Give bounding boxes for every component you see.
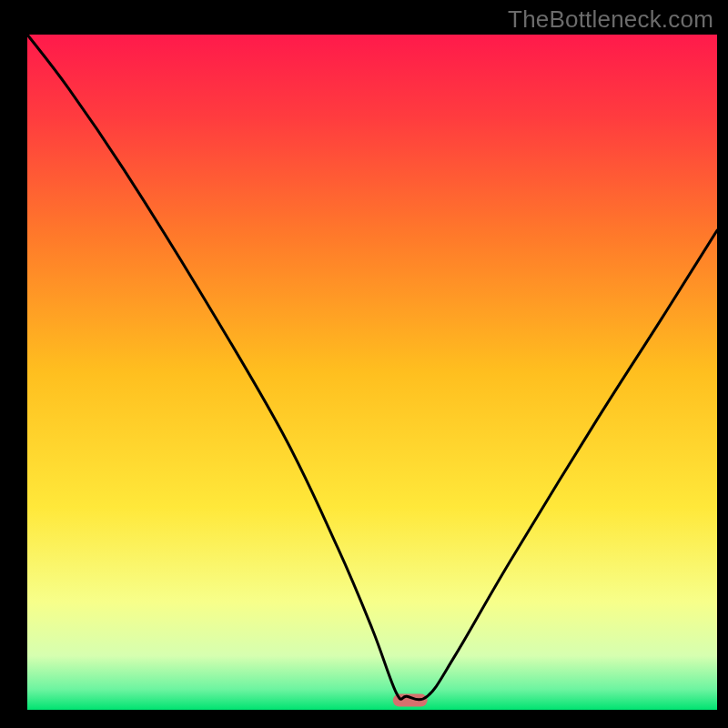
watermark-text: TheBottleneck.com: [508, 5, 713, 34]
chart-frame: TheBottleneck.com: [0, 0, 728, 728]
bottleneck-chart: [0, 0, 728, 728]
plot-area: [27, 35, 717, 710]
